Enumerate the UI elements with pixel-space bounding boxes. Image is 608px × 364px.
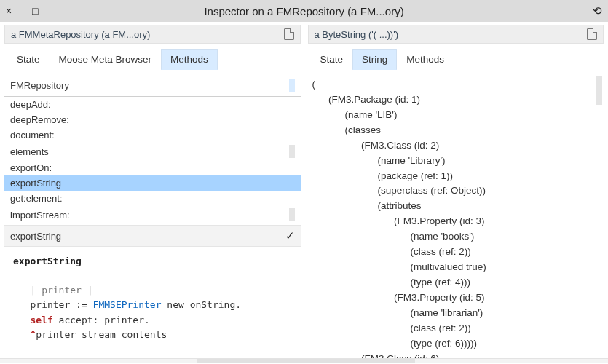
tab-string[interactable]: String [352, 49, 397, 70]
tree-line: (attributes [312, 199, 604, 214]
method-selector: exportString [13, 256, 82, 266]
left-pane-header[interactable]: a FMMetaRepository (a FM...ory) [4, 25, 301, 44]
tab-methods[interactable]: Methods [397, 49, 454, 70]
tab-methods[interactable]: Methods [161, 49, 218, 70]
page-icon[interactable] [284, 28, 294, 40]
refresh-icon[interactable]: ⟲ [593, 4, 602, 17]
tree-line: (name 'LIB') [312, 108, 604, 123]
tree-line: (name 'Library') [312, 154, 604, 169]
tree-line: (FM3.Class (id: 6) [312, 352, 604, 358]
tree-line: (class (ref: 2)) [312, 321, 604, 336]
window-title: Inspector on a FMRepository (a FM...ory) [0, 5, 608, 17]
tree-line: (classes [312, 123, 604, 138]
tree-line: (class (ref: 2)) [312, 245, 604, 260]
source-header-label: exportString [10, 231, 61, 242]
maximize-icon[interactable]: □ [32, 5, 38, 17]
list-item[interactable]: deepAdd: [4, 97, 301, 112]
tree-line: (multivalued true) [312, 260, 604, 275]
tab-moose-meta-browser[interactable]: Moose Meta Browser [50, 49, 162, 70]
right-tabs: State String Methods [308, 48, 604, 69]
tree-line: (name 'books') [312, 229, 604, 245]
page-icon[interactable] [587, 28, 597, 40]
tree-line: (FM3.Property (id: 3) [312, 214, 604, 229]
tree-line: (FM3.Class (id: 2) [312, 138, 604, 154]
right-pane: a ByteString ('( ...))') State String Me… [308, 25, 604, 358]
list-item[interactable]: get:element: [4, 191, 301, 206]
list-item[interactable]: exportOn: [4, 160, 301, 175]
scrollbar-thumb[interactable] [197, 359, 415, 363]
tree-line: (type (ref: 6))))) [312, 336, 604, 352]
tree-line: (superclass (ref: Object)) [312, 183, 604, 199]
list-item[interactable]: document: [4, 127, 301, 143]
tab-state[interactable]: State [311, 49, 353, 70]
class-name-header[interactable]: FMRepository [4, 74, 301, 96]
tree-line: (name 'librarian') [312, 306, 604, 321]
right-pane-title: a ByteString ('( ...))') [315, 29, 398, 40]
left-tabs: State Moose Meta Browser Methods [4, 48, 301, 69]
minimize-icon[interactable]: – [19, 5, 25, 17]
tree-line: (package (ref: 1)) [312, 169, 604, 184]
tree-line: ( [312, 77, 604, 92]
tree-line: (FM3.Property (id: 5) [312, 290, 604, 306]
horizontal-scrollbar[interactable] [0, 358, 608, 363]
source-header[interactable]: exportString ✓ [4, 225, 301, 247]
title-bar: × – □ Inspector on a FMRepository (a FM.… [0, 0, 608, 22]
list-item[interactable]: deepRemove: [4, 112, 301, 127]
list-item[interactable]: importStream: [4, 206, 301, 221]
tree-line: (type (ref: 4))) [312, 275, 604, 290]
tab-state[interactable]: State [7, 49, 50, 70]
close-icon[interactable]: × [6, 5, 12, 17]
right-pane-header[interactable]: a ByteString ('( ...))') [308, 25, 604, 44]
check-icon[interactable]: ✓ [285, 229, 295, 242]
method-list[interactable]: deepAdd: deepRemove: document: elements … [4, 97, 301, 221]
left-pane-title: a FMMetaRepository (a FM...ory) [11, 29, 150, 40]
left-pane: a FMMetaRepository (a FM...ory) State Mo… [4, 25, 301, 358]
list-item[interactable]: elements [4, 143, 301, 160]
tree-line: (FM3.Package (id: 1) [312, 92, 604, 108]
list-item-selected[interactable]: exportString [4, 175, 301, 191]
scrollbar-thumb[interactable] [596, 76, 602, 105]
string-content[interactable]: ( (FM3.Package (id: 1) (name 'LIB') (cla… [308, 74, 604, 358]
source-code[interactable]: exportString | printer | printer := FMMS… [4, 247, 301, 358]
